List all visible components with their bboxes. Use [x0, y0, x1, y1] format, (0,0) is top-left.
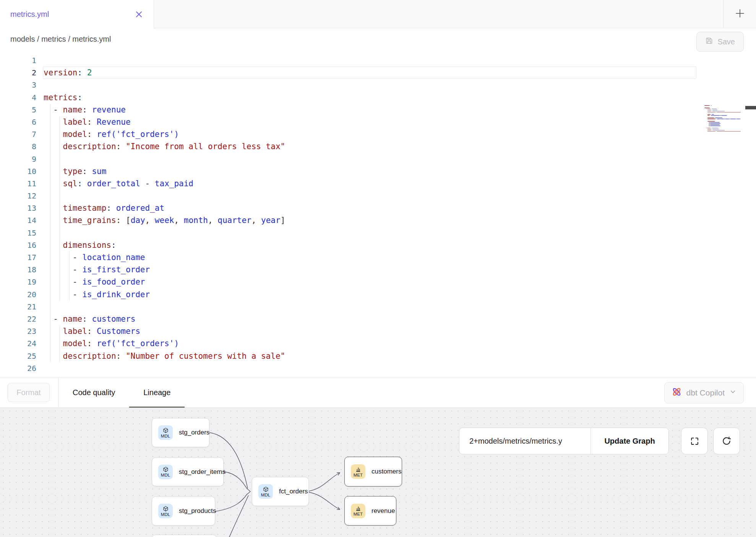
code-line-19[interactable]: 19 - is_food_order: [0, 276, 756, 288]
code-line-20[interactable]: 20 - is_drink_order: [0, 288, 756, 301]
code-line-7[interactable]: 7 model: ref('fct_orders'): [0, 128, 756, 140]
line-number: 2: [0, 67, 36, 79]
code-line-4[interactable]: 4metrics:: [0, 91, 756, 104]
code-line-14[interactable]: 14 time_grains: [day, week, month, quart…: [0, 214, 756, 226]
lineage-filter-group: Update Graph: [459, 428, 669, 454]
code-text: - is_drink_order: [44, 288, 150, 301]
indent-guide: [50, 301, 50, 313]
indent-guide: [60, 227, 60, 239]
node-label: stg_products: [179, 507, 216, 515]
editor-toolbar: Format Code quality Lineage dbt Copilot: [0, 377, 756, 408]
fullscreen-button[interactable]: [681, 428, 708, 454]
code-text: dimensions:: [44, 239, 116, 251]
code-line-23[interactable]: 23 label: Customers: [0, 325, 756, 337]
line-number: 1: [0, 54, 36, 67]
code-text: - is_first_order: [44, 264, 150, 276]
update-graph-button[interactable]: Update Graph: [591, 428, 668, 454]
plus-icon: [735, 8, 745, 20]
dbt-ide-window: metrics.yml models / metrics / metrics.y…: [0, 0, 756, 537]
code-line-15[interactable]: 15: [0, 227, 756, 239]
tab-lineage[interactable]: Lineage: [129, 378, 185, 407]
code-text: version: 2: [44, 67, 92, 79]
code-line-10[interactable]: 10 type: sum: [0, 165, 756, 177]
tab-code-quality[interactable]: Code quality: [58, 378, 129, 407]
lineage-node-stg_orders[interactable]: MDLstg_orders: [152, 418, 209, 447]
lineage-node-stg_products[interactable]: MDLstg_products: [152, 496, 215, 526]
indent-guide: [60, 153, 60, 165]
lineage-node-customers[interactable]: METcustomers: [344, 457, 402, 487]
code-line-11[interactable]: 11 sql: order_total - tax_paid: [0, 177, 756, 190]
code-text: metrics:: [44, 91, 82, 104]
badge-label: MDL: [161, 434, 170, 438]
line-number: 14: [0, 214, 36, 226]
node-label: stg_order_items: [179, 468, 226, 476]
node-label: customers: [372, 468, 401, 475]
code-line-18[interactable]: 18 - is_first_order: [0, 264, 756, 276]
lineage-node-stg_order_items[interactable]: MDLstg_order_items: [152, 457, 224, 486]
line-number: 4: [0, 91, 36, 104]
badge-label: MDL: [161, 512, 170, 517]
code-line-2[interactable]: 2version: 2: [0, 67, 756, 79]
scrollbar-cursor-mark[interactable]: [745, 106, 756, 109]
chevron-down-icon: [729, 388, 737, 397]
refresh-button[interactable]: [713, 428, 740, 454]
lineage-node-fct_orders[interactable]: MDLfct_orders: [252, 477, 309, 506]
code-line-8[interactable]: 8 description: "Income from all orders l…: [0, 140, 756, 153]
code-text: - is_food_order: [44, 276, 145, 288]
code-line-5[interactable]: 5 - name: revenue: [0, 104, 756, 116]
line-number: 17: [0, 251, 36, 264]
code-line-6[interactable]: 6 label: Revenue: [0, 116, 756, 128]
close-tab-icon[interactable]: [134, 9, 144, 19]
save-button[interactable]: Save: [696, 32, 744, 52]
lineage-canvas[interactable]: MDLstg_ordersMDLstg_order_itemsMDLstg_pr…: [0, 408, 756, 537]
code-line-3[interactable]: 3: [0, 79, 756, 91]
tab-metrics-yml[interactable]: metrics.yml: [0, 0, 154, 28]
line-number: 5: [0, 104, 36, 116]
line-number: 3: [0, 79, 36, 91]
code-text: label: Revenue: [44, 116, 131, 128]
new-tab-button[interactable]: [723, 0, 756, 28]
code-line-22[interactable]: 22 - name: customers: [0, 313, 756, 325]
node-label: fct_orders: [279, 488, 308, 495]
code-text: sql: order_total - tax_paid: [44, 177, 193, 190]
code-line-26[interactable]: 26: [0, 362, 756, 374]
code-line-1[interactable]: 1: [0, 54, 756, 67]
line-number: 6: [0, 116, 36, 128]
code-line-21[interactable]: 21: [0, 301, 756, 313]
model-badge: MDL: [158, 504, 173, 518]
panel-tabs: Code quality Lineage: [58, 378, 185, 407]
node-label: stg_orders: [179, 429, 209, 436]
line-number: 8: [0, 140, 36, 153]
minimap[interactable]: [704, 104, 745, 133]
code-line-16[interactable]: 16 dimensions:: [0, 239, 756, 251]
code-text: type: sum: [44, 165, 106, 177]
indent-guide: [50, 153, 50, 165]
dbt-copilot-button[interactable]: dbt Copilot: [664, 382, 744, 404]
refresh-icon: [722, 436, 732, 446]
line-number: 16: [0, 239, 36, 251]
save-icon: [705, 37, 713, 47]
indent-guide: [50, 227, 50, 239]
code-text: description: "Number of customers with a…: [44, 350, 285, 362]
code-line-13[interactable]: 13 timestamp: ordered_at: [0, 202, 756, 214]
lineage-node-revenue[interactable]: METrevenue: [344, 496, 396, 526]
line-number: 7: [0, 128, 36, 140]
code-line-25[interactable]: 25 description: "Number of customers wit…: [0, 350, 756, 362]
fullscreen-icon: [690, 436, 699, 446]
metric-badge: MET: [351, 464, 365, 479]
line-number: 19: [0, 276, 36, 288]
format-button[interactable]: Format: [8, 383, 50, 402]
line-number: 11: [0, 177, 36, 190]
node-label: revenue: [372, 507, 395, 515]
code-line-12[interactable]: 12: [0, 190, 756, 202]
badge-label: MDL: [261, 493, 270, 497]
code-line-9[interactable]: 9: [0, 153, 756, 165]
code-line-24[interactable]: 24 model: ref('fct_orders'): [0, 337, 756, 350]
code-line-17[interactable]: 17 - location_name: [0, 251, 756, 264]
lineage-node-offscreen[interactable]: MDL: [152, 535, 217, 537]
line-number: 20: [0, 288, 36, 301]
line-number: 25: [0, 350, 36, 362]
code-text: - name: revenue: [44, 104, 126, 116]
code-editor[interactable]: 12version: 234metrics:5 - name: revenue6…: [0, 50, 756, 377]
lineage-filter-input[interactable]: [459, 428, 591, 454]
